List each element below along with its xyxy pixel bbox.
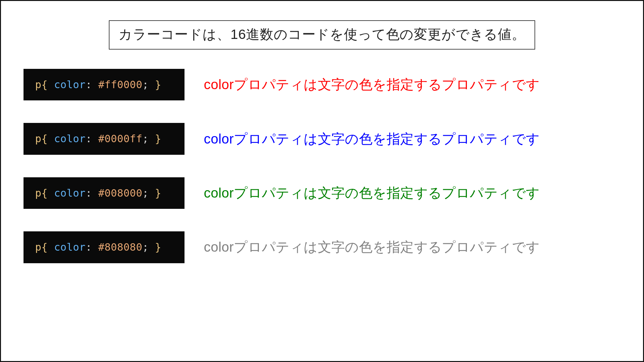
code-colon: : [86, 241, 98, 253]
code-brace-close: } [149, 187, 161, 199]
code-property: color [54, 187, 86, 199]
sample-output-text: colorプロパティは文字の色を指定するプロパティです [204, 238, 540, 256]
code-property: color [54, 133, 86, 145]
code-hex-value: #0000ff [98, 133, 142, 145]
code-selector: p [35, 133, 42, 145]
sample-output-text: colorプロパティは文字の色を指定するプロパティです [204, 76, 540, 94]
code-brace-close: } [149, 133, 161, 145]
title-box: カラーコードは、16進数のコードを使って色の変更ができる値。 [109, 20, 535, 50]
code-brace-open: { [42, 241, 54, 253]
sample-output-text: colorプロパティは文字の色を指定するプロパティです [204, 184, 540, 202]
code-colon: : [86, 133, 98, 145]
code-block: p{ color: #008000; } [24, 177, 185, 209]
sample-output-text: colorプロパティは文字の色を指定するプロパティです [204, 130, 540, 148]
code-semicolon: ; [142, 79, 149, 91]
code-hex-value: #008000 [98, 187, 142, 199]
example-row: p{ color: #808080; } colorプロパティは文字の色を指定す… [24, 231, 620, 263]
code-semicolon: ; [142, 241, 149, 253]
code-brace-open: { [42, 187, 54, 199]
code-property: color [54, 79, 86, 91]
code-semicolon: ; [142, 187, 149, 199]
code-brace-open: { [42, 79, 54, 91]
code-hex-value: #ff0000 [98, 79, 142, 91]
slide-container: カラーコードは、16進数のコードを使って色の変更ができる値。 p{ color:… [0, 0, 644, 362]
code-brace-close: } [149, 241, 161, 253]
code-property: color [54, 241, 86, 253]
code-selector: p [35, 79, 42, 91]
example-rows: p{ color: #ff0000; } colorプロパティは文字の色を指定す… [24, 69, 620, 263]
code-block: p{ color: #0000ff; } [24, 123, 185, 154]
example-row: p{ color: #008000; } colorプロパティは文字の色を指定す… [24, 177, 620, 209]
code-selector: p [35, 187, 42, 199]
code-selector: p [35, 241, 42, 253]
title-text: カラーコードは、16進数のコードを使って色の変更ができる値。 [118, 27, 526, 42]
code-semicolon: ; [142, 133, 149, 145]
code-hex-value: #808080 [98, 241, 142, 253]
code-block: p{ color: #ff0000; } [24, 69, 185, 100]
example-row: p{ color: #0000ff; } colorプロパティは文字の色を指定す… [24, 123, 620, 154]
example-row: p{ color: #ff0000; } colorプロパティは文字の色を指定す… [24, 69, 620, 100]
code-colon: : [86, 79, 98, 91]
code-block: p{ color: #808080; } [24, 231, 185, 263]
code-brace-open: { [42, 133, 54, 145]
code-brace-close: } [149, 79, 161, 91]
code-colon: : [86, 187, 98, 199]
